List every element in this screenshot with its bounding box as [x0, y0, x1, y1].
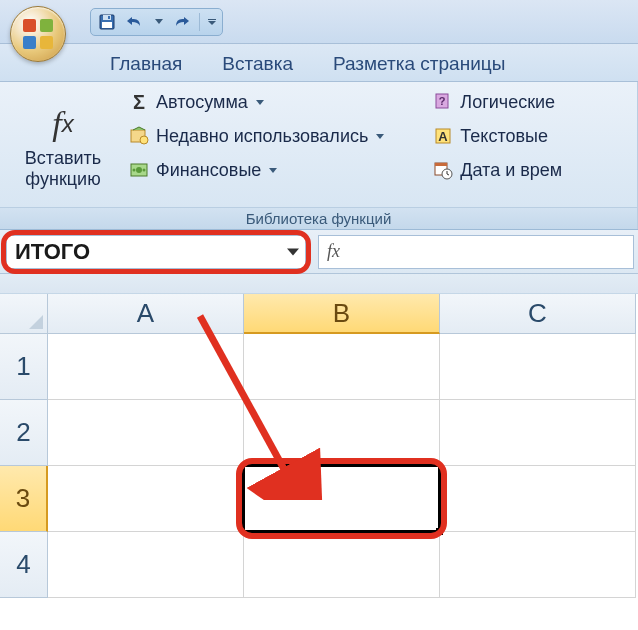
grid-row-3: 3 — [0, 466, 638, 532]
financial-button[interactable]: Финансовые — [124, 156, 388, 184]
insert-function-label-2: функцию — [25, 169, 100, 189]
grid-row-2: 2 — [0, 400, 638, 466]
recent-icon — [128, 125, 150, 147]
formula-bar[interactable]: fx — [318, 235, 634, 269]
column-header-row: A B C — [0, 294, 638, 334]
qat-customize-button[interactable] — [208, 19, 216, 25]
undo-icon — [126, 15, 144, 29]
cell-b1[interactable] — [244, 334, 440, 400]
fx-label-icon[interactable]: fx — [327, 241, 340, 262]
office-logo-icon — [23, 19, 53, 49]
name-box-wrap: ИТОГО — [6, 235, 306, 269]
financial-icon — [128, 159, 150, 181]
datetime-button[interactable]: Дата и врем — [428, 156, 566, 184]
quick-access-toolbar — [90, 8, 223, 36]
cell-a1[interactable] — [48, 334, 244, 400]
text-icon: A — [432, 125, 454, 147]
datetime-label: Дата и врем — [460, 160, 562, 181]
datetime-icon — [432, 159, 454, 181]
save-icon — [99, 14, 115, 30]
spacer-strip — [0, 274, 638, 294]
insert-function-label-1: Вставить — [25, 148, 101, 168]
select-all-corner[interactable] — [0, 294, 48, 334]
row-header-4[interactable]: 4 — [0, 532, 48, 598]
name-box[interactable]: ИТОГО — [6, 235, 306, 269]
cell-b2[interactable] — [244, 400, 440, 466]
spreadsheet-grid[interactable]: A B C 1 2 3 4 — [0, 294, 638, 598]
ribbon: fx Вставить функцию Σ Автосумма Недавно … — [0, 82, 638, 230]
svg-point-7 — [136, 167, 142, 173]
cell-b4[interactable] — [244, 532, 440, 598]
save-button[interactable] — [97, 12, 117, 32]
annotation-highlight-cell — [236, 458, 447, 539]
fx-icon: fx — [39, 104, 87, 144]
svg-rect-15 — [435, 163, 447, 166]
svg-rect-2 — [102, 22, 112, 28]
text-label: Текстовые — [460, 126, 548, 147]
column-header-a[interactable]: A — [48, 294, 244, 334]
tab-insert[interactable]: Вставка — [202, 45, 313, 81]
text-button[interactable]: A Текстовые — [428, 122, 566, 150]
tab-home[interactable]: Главная — [90, 45, 202, 81]
svg-point-5 — [140, 136, 148, 144]
fill-handle[interactable] — [436, 528, 443, 535]
recently-used-label: Недавно использовались — [156, 126, 368, 147]
svg-point-9 — [143, 169, 146, 172]
cell-a4[interactable] — [48, 532, 244, 598]
qat-separator — [199, 13, 200, 31]
autosum-button[interactable]: Σ Автосумма — [124, 88, 388, 116]
undo-button[interactable] — [125, 12, 145, 32]
row-header-3[interactable]: 3 — [0, 466, 48, 532]
title-bar — [0, 0, 638, 44]
redo-icon — [172, 15, 190, 29]
financial-label: Финансовые — [156, 160, 261, 181]
autosum-label: Автосумма — [156, 92, 248, 113]
cell-a3[interactable] — [48, 466, 244, 532]
sigma-icon: Σ — [128, 91, 150, 113]
logical-label: Логические — [460, 92, 555, 113]
name-box-value: ИТОГО — [15, 239, 90, 265]
row-header-1[interactable]: 1 — [0, 334, 48, 400]
chevron-down-icon — [376, 134, 384, 139]
svg-text:A: A — [439, 129, 449, 144]
cell-c3[interactable] — [440, 466, 636, 532]
formula-bar-row: ИТОГО fx — [0, 230, 638, 274]
recently-used-button[interactable]: Недавно использовались — [124, 122, 388, 150]
svg-point-8 — [133, 169, 136, 172]
logical-icon: ? — [432, 91, 454, 113]
tab-page-layout[interactable]: Разметка страницы — [313, 45, 525, 81]
column-header-b[interactable]: B — [244, 294, 440, 334]
active-cell-outline — [242, 464, 441, 533]
svg-rect-3 — [108, 16, 110, 19]
office-button[interactable] — [10, 6, 66, 62]
ribbon-group-label: Библиотека функций — [0, 207, 637, 229]
svg-text:?: ? — [439, 95, 446, 107]
chevron-down-icon — [269, 168, 277, 173]
redo-button[interactable] — [171, 12, 191, 32]
grid-row-4: 4 — [0, 532, 638, 598]
ribbon-tabs: Главная Вставка Разметка страницы — [0, 44, 638, 82]
insert-function-button[interactable]: fx Вставить функцию — [8, 88, 118, 205]
undo-dropdown-icon[interactable] — [155, 19, 163, 24]
cell-c4[interactable] — [440, 532, 636, 598]
chevron-down-icon[interactable] — [287, 248, 299, 255]
cell-c2[interactable] — [440, 400, 636, 466]
cell-c1[interactable] — [440, 334, 636, 400]
grid-row-1: 1 — [0, 334, 638, 400]
chevron-down-icon — [256, 100, 264, 105]
row-header-2[interactable]: 2 — [0, 400, 48, 466]
ribbon-group-function-library: fx Вставить функцию Σ Автосумма Недавно … — [0, 82, 638, 229]
cell-b3[interactable] — [244, 466, 440, 532]
logical-button[interactable]: ? Логические — [428, 88, 566, 116]
column-header-c[interactable]: C — [440, 294, 636, 334]
cell-a2[interactable] — [48, 400, 244, 466]
